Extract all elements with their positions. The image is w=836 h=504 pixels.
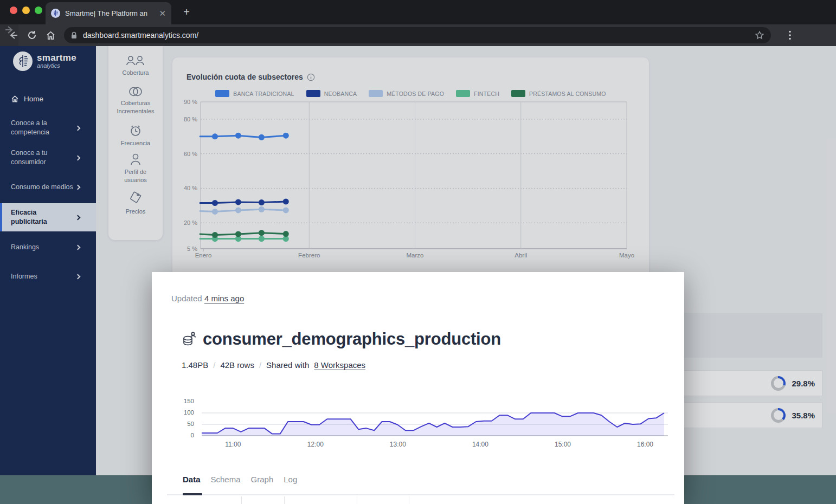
y-axis-tick: 100 (168, 409, 194, 416)
x-axis-tick: 16:00 (637, 441, 653, 448)
table-column-divider (241, 496, 242, 504)
y-axis-tick: 150 (168, 398, 194, 404)
dataset-rows: 42B rows (220, 360, 254, 370)
table-column-divider (357, 496, 357, 504)
tab-schema[interactable]: Schema (211, 475, 241, 484)
screen: Smartme| The Platform an ✕ + dashboard.s… (0, 0, 836, 504)
x-axis-tick: 15:00 (555, 441, 571, 448)
tab-title: Smartme| The Platform an (65, 9, 154, 17)
browser-toolbar: dashboard.smartmeanalytics.com/ (0, 24, 836, 46)
browser-menu-icon[interactable] (781, 30, 799, 40)
dataset-modal: Updated 4 mins ago consumer_demographics… (152, 272, 684, 504)
updated-time-link[interactable]: 4 mins ago (204, 294, 244, 303)
x-axis-tick: 11:00 (225, 441, 241, 448)
x-axis-tick: 14:00 (472, 441, 488, 448)
close-window-button[interactable] (10, 7, 17, 14)
data-table-fragment (152, 495, 684, 504)
browser-tab[interactable]: Smartme| The Platform an ✕ (46, 2, 171, 24)
activity-area-chart (202, 399, 668, 437)
dataset-size: 1.48PB (182, 360, 208, 370)
url-bar[interactable]: dashboard.smartmeanalytics.com/ (64, 27, 771, 43)
x-axis-tick: 13:00 (390, 441, 406, 448)
home-icon[interactable] (41, 30, 60, 41)
zoom-window-button[interactable] (35, 7, 42, 14)
table-column-divider (409, 496, 409, 504)
table-column-divider (284, 496, 285, 504)
dataset-title: consumer_demographics_production (203, 329, 501, 349)
tab-log[interactable]: Log (284, 475, 297, 484)
modal-tabs: DataSchemaGraphLog (183, 475, 297, 484)
workspaces-link[interactable]: 8 Workspaces (314, 360, 365, 370)
dataset-meta: 1.48PB / 42B rows / Shared with 8 Worksp… (182, 360, 365, 370)
x-axis-tick: 12:00 (307, 441, 324, 448)
lock-icon (70, 31, 78, 40)
url-text[interactable]: dashboard.smartmeanalytics.com/ (83, 31, 749, 40)
minimize-window-button[interactable] (22, 7, 30, 14)
browser-tabstrip: Smartme| The Platform an ✕ + (0, 0, 836, 24)
updated-status: Updated 4 mins ago (171, 294, 244, 303)
reload-icon[interactable] (23, 30, 41, 40)
new-tab-button[interactable]: + (180, 6, 193, 18)
favicon-icon (51, 9, 60, 18)
y-axis-tick: 50 (168, 421, 194, 427)
tab-close-icon[interactable]: ✕ (159, 9, 166, 17)
bookmark-star-icon[interactable] (755, 30, 764, 40)
tab-graph[interactable]: Graph (251, 475, 274, 484)
database-user-icon (182, 331, 196, 347)
macos-traffic-lights (10, 7, 42, 14)
forward-icon[interactable] (0, 24, 18, 46)
y-axis-tick: 0 (168, 432, 194, 438)
tab-data[interactable]: Data (183, 475, 201, 484)
shared-with-label: Shared with (266, 360, 309, 370)
